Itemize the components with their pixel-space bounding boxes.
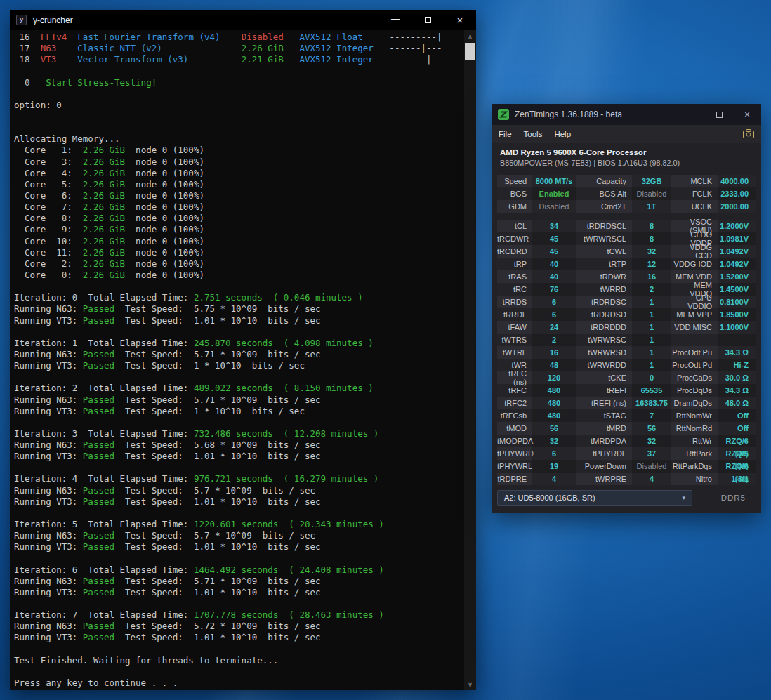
close-button[interactable]: × xyxy=(733,104,761,125)
minimize-button[interactable]: — xyxy=(677,104,705,125)
timing-label: tWTRS xyxy=(497,336,532,344)
timing-row: tRFC2480tREFI (ns)16383.75DramDqDs48.0 Ω xyxy=(497,397,756,409)
console-line: Core 6: 2.26 GiB node 0 (100%) xyxy=(14,190,464,202)
console-line xyxy=(14,417,464,428)
menu-item-tools[interactable]: Tools xyxy=(524,130,543,138)
console-text-segment: Running VT3: xyxy=(14,541,83,552)
console-text-segment: node 0 (100%) xyxy=(125,224,204,235)
console-text-segment: Iteration: 0 Total Elapsed Time: xyxy=(14,292,194,303)
timing-value: 48.0 Ω xyxy=(718,397,756,409)
console-line: Core 7: 2.26 GiB node 0 (100%) xyxy=(14,202,464,213)
timing-value: Disabled xyxy=(532,200,576,213)
motherboard-info: B850MPOWER (MS-7E83) | BIOS 1.A16U3 (98.… xyxy=(500,159,753,167)
scroll-up-icon[interactable]: ∧ xyxy=(464,30,476,42)
console-output[interactable]: 16 FFTv4 Fast Fourier Transform (v4) Dis… xyxy=(10,30,464,690)
console-text-segment: Passed xyxy=(83,360,114,371)
close-icon: × xyxy=(457,14,463,26)
console-line: option: 0 xyxy=(14,100,464,111)
timing-value: 56 xyxy=(632,422,671,435)
minimize-button[interactable]: — xyxy=(379,10,411,30)
camera-icon xyxy=(743,129,754,138)
maximize-button[interactable] xyxy=(705,104,733,125)
timing-label: tRDRDSC xyxy=(576,298,632,306)
timing-label: tCL xyxy=(497,222,532,230)
memory-type-label: DDR5 xyxy=(721,494,746,502)
timing-label: tWRWRDD xyxy=(576,361,632,369)
console-text-segment: Test Speed: 1.01 * 10^10 bits / sec xyxy=(114,451,321,461)
timing-label: tCKE xyxy=(576,374,632,382)
console-text-segment: 2.751 seconds ( 0.046 minutes ) xyxy=(194,292,363,303)
console-text-segment: Running N63: xyxy=(14,530,83,541)
timing-label: tRFC xyxy=(497,386,532,395)
console-line: Iteration: 3 Total Elapsed Time: 732.486… xyxy=(14,428,464,440)
memory-slot-select[interactable]: A2: UD5-8000 (16GB, SR) ▾ xyxy=(497,490,692,506)
console-scrollbar[interactable]: ∧ ∨ xyxy=(464,30,476,690)
console-text-segment: Passed xyxy=(83,395,114,405)
screenshot-button[interactable] xyxy=(743,129,754,138)
menu-item-help[interactable]: Help xyxy=(554,130,571,138)
timing-label: ProcOdt Pd xyxy=(671,361,718,369)
memory-slot-value: A2: UD5-8000 (16GB, SR) xyxy=(504,494,595,502)
scroll-down-icon[interactable]: ∨ xyxy=(464,678,476,690)
timing-value: 34 xyxy=(532,220,576,232)
console-line xyxy=(14,598,464,609)
console-text-segment: Running N63: xyxy=(14,395,83,405)
timing-value: 76 xyxy=(532,283,576,296)
timing-row: tMOD56tMRD56RttNomRdOff xyxy=(497,422,756,435)
timing-row: tPHYWRD6tPHYRDL37RttParkRZQ/5 (48) xyxy=(497,447,756,460)
timing-label: MCLK xyxy=(671,177,718,185)
console-text-segment: node 0 (100%) xyxy=(125,190,204,201)
console-line: Core 0: 2.26 GiB node 0 (100%) xyxy=(14,270,464,281)
scrollbar-thumb[interactable] xyxy=(465,43,475,60)
timing-value: Disabled xyxy=(632,460,671,473)
console-text-segment: Core 6: xyxy=(14,190,83,201)
console-text-segment: Start Stress-Testing! xyxy=(46,77,157,88)
console-text-segment: node 0 (100%) xyxy=(125,202,204,212)
timing-value: RZQ/6 (40) xyxy=(718,460,756,473)
console-line: Running VT3: Passed Test Speed: 1 * 10^1… xyxy=(14,360,464,371)
timing-value: Enabled xyxy=(532,187,576,200)
timing-value: Off xyxy=(718,422,756,435)
zentimings-titlebar[interactable]: ZenTimings 1.36.1889 - beta — × xyxy=(492,104,761,125)
timing-label: tMRD xyxy=(576,424,632,432)
console-line: Core 5: 2.26 GiB node 0 (100%) xyxy=(14,179,464,190)
console-line: Running VT3: Passed Test Speed: 1.01 * 1… xyxy=(14,315,464,326)
console-line: Iteration: 7 Total Elapsed Time: 1707.77… xyxy=(14,609,464,621)
console-text-segment: Passed xyxy=(83,632,114,642)
timing-value: Disabled xyxy=(632,187,671,200)
console-text-segment: Core 0: xyxy=(14,270,83,280)
timing-row: tWTRS2tWRWRSC1 xyxy=(497,334,756,346)
console-text-segment: Passed xyxy=(83,349,114,359)
console-text-segment xyxy=(284,43,300,53)
console-text-segment: Core 11: xyxy=(14,247,83,258)
console-line: 16 FFTv4 Fast Fourier Transform (v4) Dis… xyxy=(14,32,464,43)
timing-label: tRP xyxy=(497,260,532,268)
menu-item-file[interactable]: File xyxy=(499,130,512,138)
timing-row: tRFCsb480tSTAG7RttNomWrOff xyxy=(497,409,756,422)
system-info: AMD Ryzen 5 9600X 6-Core Processor B850M… xyxy=(492,143,761,170)
timing-label: tWRWRSD xyxy=(576,348,632,357)
maximize-icon xyxy=(425,17,431,23)
timing-label: tRCDRD xyxy=(497,247,532,256)
timing-value: 4 xyxy=(532,473,576,485)
console-text-segment: Iteration: 1 Total Elapsed Time: xyxy=(14,338,194,348)
timing-row: tFAW24tRDRDDD1VDD MISC1.1000V xyxy=(497,321,756,334)
timing-row: tRP40tRTP12VDDG IOD1.0492V xyxy=(497,258,756,270)
console-text-segment: Fast Fourier Transform (v4) xyxy=(77,32,220,42)
close-button[interactable]: × xyxy=(444,10,476,30)
console-text-segment: Test Speed: 1.01 * 10^10 bits / sec xyxy=(114,587,321,597)
console-text-segment: option: 0 xyxy=(14,100,62,110)
console-text-segment: Test Finished. Waiting for threads to te… xyxy=(14,655,278,666)
timing-label: RttPark xyxy=(671,449,718,458)
console-titlebar[interactable]: y-cruncher — × xyxy=(10,10,476,30)
console-line: Running VT3: Passed Test Speed: 1.01 * 1… xyxy=(14,541,464,553)
maximize-button[interactable] xyxy=(411,10,444,30)
minimize-icon: — xyxy=(687,109,695,117)
console-text-segment: Core 3: xyxy=(14,157,83,167)
console-text-segment: Test Speed: 1 * 10^10 bits / sec xyxy=(114,406,305,416)
console-line: Running N63: Passed Test Speed: 5.71 * 1… xyxy=(14,395,464,406)
timing-value: 2333.00 xyxy=(718,187,756,200)
console-text-segment: ------|--- xyxy=(374,43,442,53)
timing-label: tRDPRE xyxy=(497,475,532,483)
console-line: Iteration: 1 Total Elapsed Time: 245.870… xyxy=(14,338,464,349)
